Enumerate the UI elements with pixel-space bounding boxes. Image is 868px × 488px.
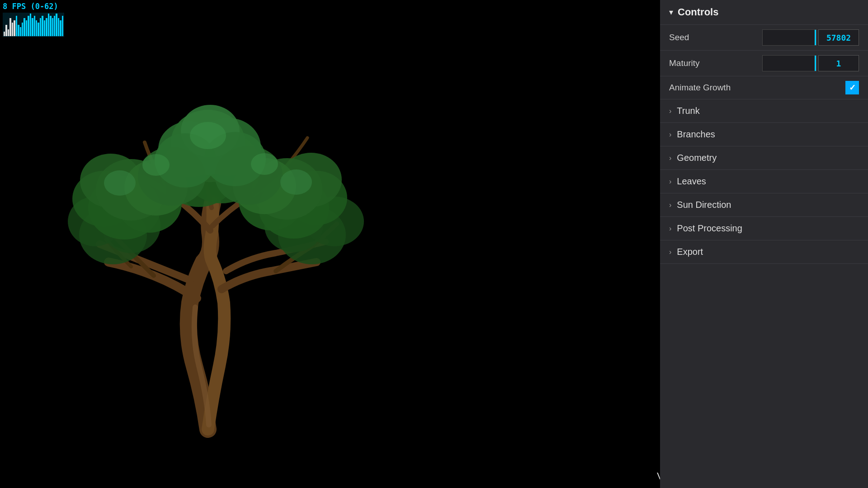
controls-body: Seed 57802 Maturity 1 Animate Gr <box>660 25 868 488</box>
seed-value[interactable]: 57802 <box>818 29 859 46</box>
section-label-export: Export <box>677 247 703 257</box>
maturity-slider[interactable] <box>762 55 816 71</box>
maturity-inputs: 1 <box>762 55 859 71</box>
maturity-slider-fill <box>763 56 816 71</box>
seed-slider-fill <box>763 30 816 45</box>
maturity-label: Maturity <box>669 58 762 68</box>
animate-growth-label: Animate Growth <box>669 83 845 93</box>
maturity-value[interactable]: 1 <box>818 55 859 71</box>
section-label-trunk: Trunk <box>677 106 699 116</box>
seed-inputs: 57802 <box>762 29 859 46</box>
svg-point-31 <box>190 122 226 149</box>
tree-visualization <box>41 72 393 443</box>
section-geometry[interactable]: ›Geometry <box>660 146 868 170</box>
controls-header: ▾ Controls <box>660 0 868 25</box>
section-label-sun-direction: Sun Direction <box>677 200 731 210</box>
section-label-geometry: Geometry <box>677 153 717 163</box>
svg-point-30 <box>104 170 136 196</box>
chevron-right-icon-post-processing: › <box>669 225 671 233</box>
seed-row: Seed 57802 <box>660 25 868 51</box>
section-label-leaves: Leaves <box>677 176 706 187</box>
svg-point-32 <box>280 169 312 195</box>
chevron-right-icon-leaves: › <box>669 178 671 186</box>
section-sun-direction[interactable]: ›Sun Direction <box>660 193 868 217</box>
chevron-down-icon[interactable]: ▾ <box>669 7 673 17</box>
section-branches[interactable]: ›Branches <box>660 123 868 146</box>
maturity-slider-cursor <box>815 56 816 71</box>
right-panel: ▾ Controls Seed 57802 Maturity <box>660 0 868 488</box>
svg-point-34 <box>251 153 278 175</box>
seed-label: Seed <box>669 33 762 42</box>
controls-title: Controls <box>678 6 718 18</box>
section-trunk[interactable]: ›Trunk <box>660 99 868 123</box>
sections-container: ›Trunk›Branches›Geometry›Leaves›Sun Dire… <box>660 99 868 264</box>
animate-growth-checkbox[interactable]: ✓ <box>845 81 859 94</box>
seed-slider-cursor <box>815 30 816 45</box>
checkmark-icon: ✓ <box>849 83 856 93</box>
section-export[interactable]: ›Export <box>660 240 868 264</box>
section-leaves[interactable]: ›Leaves <box>660 170 868 193</box>
svg-point-33 <box>142 154 170 176</box>
seed-slider[interactable] <box>762 29 816 46</box>
chevron-right-icon-sun-direction: › <box>669 201 671 209</box>
chevron-right-icon-trunk: › <box>669 107 671 115</box>
section-label-post-processing: Post Processing <box>677 223 742 234</box>
animate-growth-row: Animate Growth ✓ <box>660 76 868 99</box>
section-post-processing[interactable]: ›Post Processing <box>660 217 868 240</box>
chevron-right-icon-branches: › <box>669 131 671 139</box>
chevron-right-icon-export: › <box>669 248 671 256</box>
svg-point-0 <box>136 418 298 441</box>
chevron-right-icon-geometry: › <box>669 154 671 162</box>
tree-viewport[interactable] <box>0 0 434 488</box>
section-label-branches: Branches <box>677 129 715 140</box>
maturity-row: Maturity 1 <box>660 51 868 76</box>
